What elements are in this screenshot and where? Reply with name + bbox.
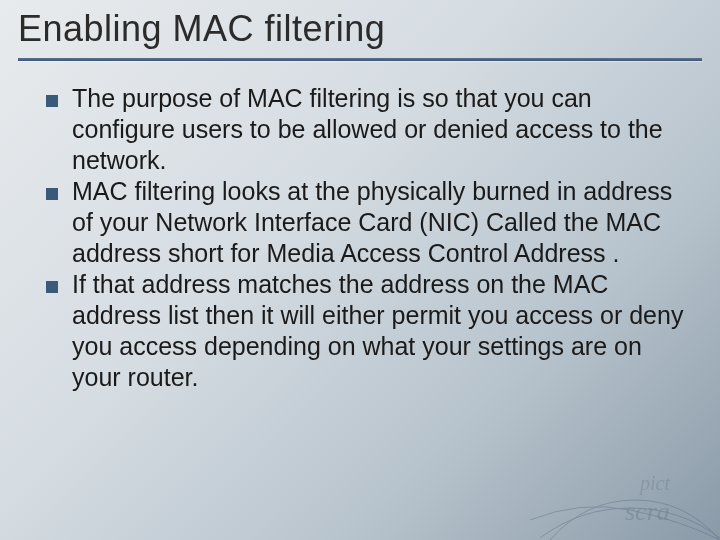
bullet-text: The purpose of MAC filtering is so that … bbox=[72, 83, 692, 176]
list-item: If that address matches the address on t… bbox=[46, 269, 692, 393]
body-area: The purpose of MAC filtering is so that … bbox=[0, 61, 720, 393]
slide: Enabling MAC filtering The purpose of MA… bbox=[0, 0, 720, 540]
bullet-text: If that address matches the address on t… bbox=[72, 269, 692, 393]
bullet-text: MAC filtering looks at the physically bu… bbox=[72, 176, 692, 269]
square-bullet-icon bbox=[46, 95, 58, 107]
svg-text:scra: scra bbox=[625, 497, 670, 526]
square-bullet-icon bbox=[46, 281, 58, 293]
square-bullet-icon bbox=[46, 188, 58, 200]
title-area: Enabling MAC filtering bbox=[0, 0, 720, 52]
svg-text:pict: pict bbox=[638, 472, 670, 495]
list-item: MAC filtering looks at the physically bu… bbox=[46, 176, 692, 269]
list-item: The purpose of MAC filtering is so that … bbox=[46, 83, 692, 176]
corner-decoration: scra pict bbox=[530, 450, 720, 540]
slide-title: Enabling MAC filtering bbox=[18, 8, 702, 50]
